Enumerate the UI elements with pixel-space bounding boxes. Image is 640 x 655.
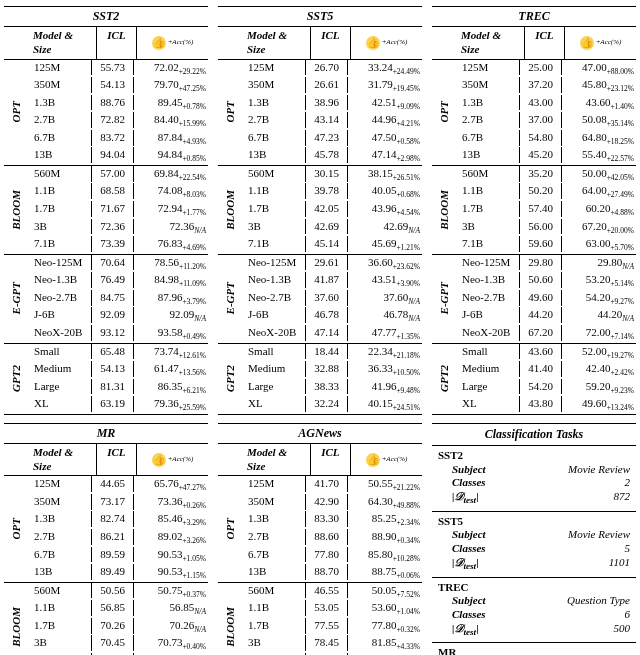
cell-model: Neo-2.7B [30, 290, 92, 306]
table-row: 125M26.7033.24+24.49% [244, 60, 422, 78]
cell-icl: 46.55 [306, 583, 348, 599]
cell-gain: 88.90+0.34% [348, 529, 422, 547]
cell-icl: 44.20 [520, 307, 562, 323]
table-row: 13B88.7088.75+0.06% [244, 564, 422, 582]
cell-icl: 93.12 [92, 325, 134, 341]
cell-model: Neo-2.7B [244, 290, 306, 306]
cell-model: 2.7B [244, 529, 306, 545]
thumb-icon: 👍 [580, 36, 594, 50]
cell-gain: 38.15+26.51% [348, 166, 422, 184]
cell-gain: 76.83+4.69% [134, 236, 208, 254]
cell-icl: 88.70 [306, 564, 348, 580]
cell-model: 125M [244, 60, 306, 76]
cell-icl: 73.39 [92, 236, 134, 252]
col-icl: ICL [525, 27, 565, 59]
cell-icl: 43.14 [306, 112, 348, 128]
table-row: 1.7B77.5577.80+0.32% [244, 618, 422, 636]
cell-icl: 82.74 [92, 511, 134, 527]
cell-icl: 54.20 [520, 379, 562, 395]
cell-gain: 85.46+3.29% [134, 511, 208, 529]
family-section: BLOOM560M35.2050.00+42.05%1.1B50.2064.00… [432, 166, 636, 255]
col-gain: 👍+Acc(%) [351, 27, 422, 59]
family-label: E-GPT [4, 255, 30, 343]
table-row: 3B78.4581.85+4.33% [244, 635, 422, 653]
cell-model: Neo-2.7B [458, 290, 520, 306]
cell-gain: 50.55+21.22% [348, 476, 422, 494]
table-row: NeoX-20B47.1447.77+1.35% [244, 325, 422, 343]
cell-model: NeoX-20B [244, 325, 306, 341]
col-gain: 👍+Acc(%) [137, 444, 208, 476]
cell-gain: 49.60+13.24% [562, 396, 636, 414]
family-label: E-GPT [218, 255, 244, 343]
table-row: 1.3B38.9642.51+9.09% [244, 95, 422, 113]
table-row: 13B45.7847.14+2.98% [244, 147, 422, 165]
cell-model: 6.7B [244, 130, 306, 146]
cell-gain: 72.36N/A [134, 219, 208, 237]
cell-icl: 32.24 [306, 396, 348, 412]
cell-icl: 30.15 [306, 166, 348, 182]
cell-gain: 59.20+9.23% [562, 379, 636, 397]
cell-gain: 65.76+47.27% [134, 476, 208, 494]
col-model-size: Model & Size [457, 27, 525, 59]
cell-model: 1.3B [244, 95, 306, 111]
cell-model: 13B [30, 564, 92, 580]
table-title: MR [4, 424, 208, 444]
cell-model: Large [458, 379, 520, 395]
classification-tasks: Classification TasksSST2SubjectMovie Rev… [432, 423, 636, 655]
cell-model: J-6B [30, 307, 92, 323]
table-row: Large81.3186.35+6.21% [30, 379, 208, 397]
cell-model: 125M [30, 476, 92, 492]
cls-val-subject: Question Type [567, 594, 630, 608]
cell-model: XL [30, 396, 92, 412]
table-agnews: AGNewsModel & SizeICL👍+Acc(%)OPT125M41.7… [218, 423, 422, 655]
col-model-size: Model & Size [29, 27, 97, 59]
table-row: 13B45.2055.40+22.57% [458, 147, 636, 165]
cell-icl: 38.33 [306, 379, 348, 395]
cell-gain: 45.69+1.21% [348, 236, 422, 254]
cell-gain: 94.84+0.85% [134, 147, 208, 165]
table-row: 350M26.6131.79+19.45% [244, 77, 422, 95]
table-row: Large38.3341.96+9.48% [244, 379, 422, 397]
cell-icl: 77.55 [306, 618, 348, 634]
table-row: 3B70.4570.73+0.40% [30, 635, 208, 653]
cell-gain: 56.85N/A [134, 600, 208, 618]
cell-icl: 70.26 [92, 618, 134, 634]
cell-model: 13B [458, 147, 520, 163]
family-label: OPT [218, 476, 244, 581]
cell-gain: 37.60N/A [348, 290, 422, 308]
table-row: Neo-125M29.8029.80N/A [458, 255, 636, 273]
family-label: OPT [4, 476, 30, 581]
cell-gain: 29.80N/A [562, 255, 636, 273]
table-row: 3B72.3672.36N/A [30, 219, 208, 237]
table-row: 560M30.1538.15+26.51% [244, 166, 422, 184]
cell-gain: 63.00+5.70% [562, 236, 636, 254]
cell-icl: 47.23 [306, 130, 348, 146]
cell-model: 1.1B [458, 183, 520, 199]
cell-icl: 54.13 [92, 361, 134, 377]
family-label: GPT2 [4, 344, 30, 414]
cell-icl: 53.05 [306, 600, 348, 616]
family-label: BLOOM [218, 166, 244, 254]
cell-model: Neo-125M [244, 255, 306, 271]
cell-model: 3B [244, 635, 306, 651]
cell-model: Neo-125M [30, 255, 92, 271]
cell-gain: 22.34+21.18% [348, 344, 422, 362]
cell-icl: 50.56 [92, 583, 134, 599]
table-row: 350M73.1773.36+0.26% [30, 494, 208, 512]
cell-model: Neo-125M [458, 255, 520, 271]
cell-model: Medium [244, 361, 306, 377]
thumb-icon: 👍 [152, 453, 166, 467]
col-icl: ICL [97, 27, 137, 59]
cls-val-dtest: 500 [614, 622, 631, 639]
table-row: 1.3B82.7485.46+3.29% [30, 511, 208, 529]
cell-gain: 42.40+2.42% [562, 361, 636, 379]
cell-icl: 50.20 [520, 183, 562, 199]
family-label: OPT [4, 60, 30, 165]
cls-key-dtest: |𝒟test| [438, 622, 479, 639]
cell-icl: 57.40 [520, 201, 562, 217]
cell-gain: 87.84+4.93% [134, 130, 208, 148]
table-row: Neo-125M29.6136.60+23.62% [244, 255, 422, 273]
cell-model: 350M [30, 77, 92, 93]
cell-model: 125M [30, 60, 92, 76]
table-row: J-6B92.0992.09N/A [30, 307, 208, 325]
